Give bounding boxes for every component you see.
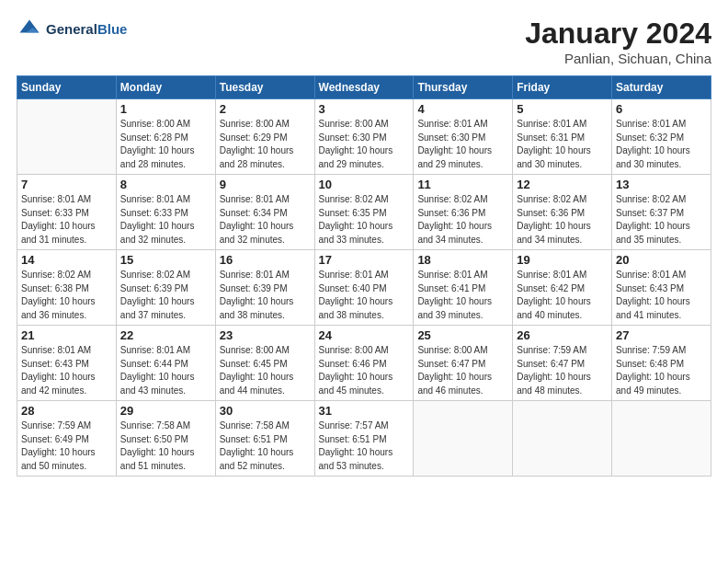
day-info: Sunrise: 8:00 AMSunset: 6:28 PMDaylight:… xyxy=(120,118,211,171)
day-number: 26 xyxy=(517,328,608,342)
day-info: Sunrise: 8:01 AMSunset: 6:33 PMDaylight:… xyxy=(120,193,211,247)
calendar: SundayMondayTuesdayWednesdayThursdayFrid… xyxy=(17,75,711,477)
weekday-header: Monday xyxy=(116,76,215,99)
calendar-cell: 19Sunrise: 8:01 AMSunset: 6:42 PMDayligh… xyxy=(513,250,612,326)
weekday-header: Friday xyxy=(513,76,612,99)
day-number: 8 xyxy=(120,178,211,191)
calendar-cell xyxy=(17,99,117,175)
day-info: Sunrise: 8:01 AMSunset: 6:44 PMDaylight:… xyxy=(120,344,211,397)
day-info: Sunrise: 8:00 AMSunset: 6:29 PMDaylight:… xyxy=(220,118,311,171)
calendar-cell: 22Sunrise: 8:01 AMSunset: 6:44 PMDayligh… xyxy=(116,326,215,401)
day-info: Sunrise: 8:00 AMSunset: 6:46 PMDaylight:… xyxy=(319,344,410,397)
calendar-cell: 29Sunrise: 7:58 AMSunset: 6:50 PMDayligh… xyxy=(116,401,215,477)
day-info: Sunrise: 8:01 AMSunset: 6:39 PMDaylight:… xyxy=(220,269,311,322)
calendar-cell: 8Sunrise: 8:01 AMSunset: 6:33 PMDaylight… xyxy=(116,175,215,250)
day-number: 14 xyxy=(21,253,112,267)
calendar-cell: 26Sunrise: 7:59 AMSunset: 6:47 PMDayligh… xyxy=(513,326,612,401)
calendar-cell: 1Sunrise: 8:00 AMSunset: 6:28 PMDaylight… xyxy=(116,99,215,175)
day-number: 20 xyxy=(616,253,707,267)
calendar-cell xyxy=(414,401,513,477)
day-number: 17 xyxy=(319,253,410,267)
day-info: Sunrise: 8:01 AMSunset: 6:43 PMDaylight:… xyxy=(616,269,707,322)
day-info: Sunrise: 8:01 AMSunset: 6:32 PMDaylight:… xyxy=(616,118,707,171)
location-title: Panlian, Sichuan, China xyxy=(525,51,711,66)
calendar-cell: 10Sunrise: 8:02 AMSunset: 6:35 PMDayligh… xyxy=(314,175,414,250)
day-number: 29 xyxy=(120,404,211,418)
week-row: 28Sunrise: 7:59 AMSunset: 6:49 PMDayligh… xyxy=(17,401,711,477)
day-info: Sunrise: 8:01 AMSunset: 6:34 PMDaylight:… xyxy=(220,193,311,247)
day-info: Sunrise: 8:01 AMSunset: 6:42 PMDaylight:… xyxy=(517,269,608,322)
calendar-cell xyxy=(513,401,612,477)
calendar-cell: 28Sunrise: 7:59 AMSunset: 6:49 PMDayligh… xyxy=(17,401,117,477)
calendar-cell: 2Sunrise: 8:00 AMSunset: 6:29 PMDaylight… xyxy=(215,99,314,175)
day-info: Sunrise: 8:01 AMSunset: 6:43 PMDaylight:… xyxy=(21,344,112,397)
calendar-cell: 16Sunrise: 8:01 AMSunset: 6:39 PMDayligh… xyxy=(215,250,314,326)
day-info: Sunrise: 8:02 AMSunset: 6:38 PMDaylight:… xyxy=(21,269,112,322)
day-number: 6 xyxy=(616,102,707,116)
day-info: Sunrise: 8:02 AMSunset: 6:36 PMDaylight:… xyxy=(417,193,508,247)
day-info: Sunrise: 7:59 AMSunset: 6:47 PMDaylight:… xyxy=(517,344,608,397)
calendar-cell: 7Sunrise: 8:01 AMSunset: 6:33 PMDaylight… xyxy=(17,175,117,250)
day-number: 19 xyxy=(517,253,608,267)
day-info: Sunrise: 8:01 AMSunset: 6:31 PMDaylight:… xyxy=(517,118,608,171)
calendar-cell: 20Sunrise: 8:01 AMSunset: 6:43 PMDayligh… xyxy=(612,250,711,326)
calendar-cell: 30Sunrise: 7:58 AMSunset: 6:51 PMDayligh… xyxy=(215,401,314,477)
calendar-cell: 31Sunrise: 7:57 AMSunset: 6:51 PMDayligh… xyxy=(314,401,414,477)
weekday-header: Sunday xyxy=(17,76,117,99)
calendar-cell: 12Sunrise: 8:02 AMSunset: 6:36 PMDayligh… xyxy=(513,175,612,250)
weekday-header: Saturday xyxy=(612,76,711,99)
day-number: 15 xyxy=(120,253,211,267)
day-info: Sunrise: 8:01 AMSunset: 6:33 PMDaylight:… xyxy=(21,193,112,247)
week-row: 21Sunrise: 8:01 AMSunset: 6:43 PMDayligh… xyxy=(17,326,711,401)
calendar-cell: 23Sunrise: 8:00 AMSunset: 6:45 PMDayligh… xyxy=(215,326,314,401)
day-info: Sunrise: 8:02 AMSunset: 6:39 PMDaylight:… xyxy=(120,269,211,322)
day-info: Sunrise: 8:02 AMSunset: 6:35 PMDaylight:… xyxy=(319,193,410,247)
day-info: Sunrise: 8:02 AMSunset: 6:36 PMDaylight:… xyxy=(517,193,608,247)
calendar-cell: 4Sunrise: 8:01 AMSunset: 6:30 PMDaylight… xyxy=(414,99,513,175)
month-title: January 2024 xyxy=(525,17,711,51)
calendar-cell: 5Sunrise: 8:01 AMSunset: 6:31 PMDaylight… xyxy=(513,99,612,175)
day-info: Sunrise: 8:00 AMSunset: 6:45 PMDaylight:… xyxy=(220,344,311,397)
day-number: 12 xyxy=(517,178,608,191)
day-info: Sunrise: 8:02 AMSunset: 6:37 PMDaylight:… xyxy=(616,193,707,247)
calendar-cell: 15Sunrise: 8:02 AMSunset: 6:39 PMDayligh… xyxy=(116,250,215,326)
day-number: 25 xyxy=(417,328,508,342)
calendar-cell: 13Sunrise: 8:02 AMSunset: 6:37 PMDayligh… xyxy=(612,175,711,250)
day-info: Sunrise: 8:00 AMSunset: 6:47 PMDaylight:… xyxy=(417,344,508,397)
day-number: 2 xyxy=(220,102,311,116)
calendar-cell: 18Sunrise: 8:01 AMSunset: 6:41 PMDayligh… xyxy=(414,250,513,326)
day-number: 3 xyxy=(319,102,410,116)
day-number: 28 xyxy=(21,404,112,418)
day-number: 30 xyxy=(220,404,311,418)
logo: GeneralBlue xyxy=(17,17,127,42)
day-number: 10 xyxy=(319,178,410,191)
day-number: 4 xyxy=(417,102,508,116)
day-info: Sunrise: 8:01 AMSunset: 6:41 PMDaylight:… xyxy=(417,269,508,322)
calendar-cell: 24Sunrise: 8:00 AMSunset: 6:46 PMDayligh… xyxy=(314,326,414,401)
calendar-cell: 14Sunrise: 8:02 AMSunset: 6:38 PMDayligh… xyxy=(17,250,117,326)
day-info: Sunrise: 7:57 AMSunset: 6:51 PMDaylight:… xyxy=(319,419,410,473)
day-number: 23 xyxy=(220,328,311,342)
logo-icon xyxy=(17,17,42,42)
day-number: 11 xyxy=(417,178,508,191)
week-row: 1Sunrise: 8:00 AMSunset: 6:28 PMDaylight… xyxy=(17,99,711,175)
day-info: Sunrise: 7:58 AMSunset: 6:50 PMDaylight:… xyxy=(120,419,211,473)
day-number: 9 xyxy=(220,178,311,191)
week-row: 14Sunrise: 8:02 AMSunset: 6:38 PMDayligh… xyxy=(17,250,711,326)
logo-text: GeneralBlue xyxy=(46,21,127,38)
calendar-cell: 9Sunrise: 8:01 AMSunset: 6:34 PMDaylight… xyxy=(215,175,314,250)
day-number: 31 xyxy=(319,404,410,418)
week-row: 7Sunrise: 8:01 AMSunset: 6:33 PMDaylight… xyxy=(17,175,711,250)
day-number: 18 xyxy=(417,253,508,267)
day-info: Sunrise: 8:01 AMSunset: 6:40 PMDaylight:… xyxy=(319,269,410,322)
weekday-header: Thursday xyxy=(414,76,513,99)
weekday-header: Tuesday xyxy=(215,76,314,99)
day-number: 5 xyxy=(517,102,608,116)
day-number: 22 xyxy=(120,328,211,342)
calendar-cell: 6Sunrise: 8:01 AMSunset: 6:32 PMDaylight… xyxy=(612,99,711,175)
day-number: 13 xyxy=(616,178,707,191)
page: GeneralBlue January 2024 Panlian, Sichua… xyxy=(0,0,728,563)
title-block: January 2024 Panlian, Sichuan, China xyxy=(525,17,711,66)
weekday-header: Wednesday xyxy=(314,76,414,99)
calendar-cell: 3Sunrise: 8:00 AMSunset: 6:30 PMDaylight… xyxy=(314,99,414,175)
